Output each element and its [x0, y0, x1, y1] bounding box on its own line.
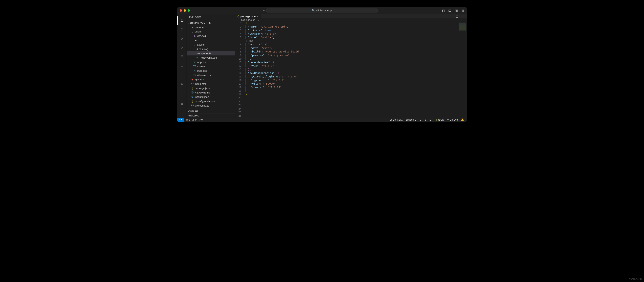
sidebar: EXPLORER ⋯ ⌄ ZHINIAN_VUE_TPL ›.vscode⌄pu… [187, 14, 235, 118]
warning-icon: ⚠ [192, 118, 194, 121]
file-row[interactable]: TSvite.config.ts [187, 103, 235, 108]
more-icon[interactable]: ⋯ [230, 16, 232, 19]
panel-right-icon[interactable]: ◨ [455, 9, 458, 12]
language-mode[interactable]: {} JSON [436, 118, 444, 121]
file-row[interactable]: VApp.vue [187, 60, 235, 64]
file-row[interactable]: ⓘREADME.md [187, 90, 235, 95]
svg-rect-13 [182, 84, 183, 85]
remote-explorer-icon[interactable] [177, 61, 187, 70]
svg-rect-7 [182, 57, 183, 58]
close-window-icon[interactable] [180, 9, 182, 12]
file-row[interactable]: <>index.html [187, 82, 235, 86]
folder-row[interactable]: ⌄src [187, 38, 235, 42]
editor-body[interactable]: 1234567891011121314151617181920212223242… [235, 21, 467, 118]
folder-row[interactable]: ⌄components [187, 51, 235, 55]
file-label: vite-env.d.ts [197, 74, 211, 77]
file-row[interactable]: ⚙tsconfig.json [187, 95, 235, 99]
errors-indicator[interactable]: ⊘ 0 [186, 118, 190, 121]
file-tree: ›.vscode⌄public◆vite.svg⌄src⌄assets◆vue.… [187, 25, 235, 109]
file-row[interactable]: ◆.gitignore [187, 77, 235, 82]
svg-point-14 [182, 103, 182, 104]
maximize-window-icon[interactable] [188, 9, 190, 12]
search-icon[interactable] [177, 25, 187, 34]
ports-indicator[interactable]: ⚲ 0 [199, 118, 203, 121]
minimap[interactable] [455, 21, 467, 118]
remote-indicator[interactable] [177, 118, 184, 122]
account-icon[interactable] [177, 99, 187, 108]
file-row[interactable]: {}tsconfig.node.json [187, 99, 235, 103]
run-debug-icon[interactable] [177, 43, 187, 52]
svg-rect-8 [181, 65, 183, 66]
folder-header[interactable]: ⌄ ZHINIAN_VUE_TPL [187, 20, 235, 25]
file-row[interactable]: {}package.json [187, 86, 235, 90]
file-label: .gitignore [195, 78, 205, 81]
svg-point-9 [181, 74, 183, 76]
file-row[interactable]: TSvite-env.d.ts [187, 73, 235, 77]
folder-label: .vscode [195, 26, 204, 29]
file-label: index.html [195, 82, 206, 85]
file-label: vue.svg [200, 47, 208, 50]
source-control-icon[interactable] [177, 34, 187, 43]
chevron-down-icon: ⌄ [188, 21, 190, 24]
file-row[interactable]: #style.css [187, 68, 235, 73]
folder-label: assets [197, 43, 204, 46]
tab-package-json[interactable]: {} package.json × [235, 14, 261, 18]
svg-rect-5 [182, 56, 183, 57]
chevron-icon: ⌄ [191, 30, 194, 33]
file-row[interactable]: ◆vue.svg [187, 47, 235, 51]
folder-row[interactable]: ⌄assets [187, 42, 235, 47]
folder-row[interactable]: ⌄public [187, 29, 235, 34]
file-row[interactable]: VHelloWorld.vue [187, 55, 235, 60]
github-icon[interactable] [177, 70, 187, 80]
back-icon[interactable]: ← [262, 9, 266, 12]
minimize-window-icon[interactable] [184, 9, 186, 12]
explorer-icon[interactable] [177, 16, 187, 25]
titlebar: ← → 🔍 zhinian_vue_tpl ◧ ⬓ ◨ ▦ [177, 7, 467, 14]
line-gutter: 1234567891011121314151617181920212223242… [235, 21, 244, 118]
outline-label: OUTLINE [189, 110, 198, 112]
search-icon: 🔍 [312, 9, 315, 12]
project-title: zhinian_vue_tpl [316, 9, 332, 12]
warnings-indicator[interactable]: ⚠ 0 [192, 118, 196, 121]
timeline-section[interactable]: › TIMELINE [187, 113, 235, 118]
play-icon: ▷ [246, 39, 248, 43]
indentation[interactable]: Spaces: 2 [406, 118, 416, 121]
svg-point-15 [182, 113, 182, 113]
svg-rect-4 [181, 56, 182, 57]
code-content[interactable]: { "name": "zhinian_vue_tpl", "private": … [244, 21, 467, 118]
file-label: README.md [195, 91, 210, 94]
file-row[interactable]: ◆vite.svg [187, 34, 235, 38]
status-left: ⊘ 0 ⚠ 0 ⚲ 0 [184, 118, 203, 121]
file-label: main.ts [197, 65, 206, 68]
line-ending[interactable]: LF [430, 118, 432, 121]
tab-bar: {} package.json × ◫ ⋯ [235, 14, 467, 18]
go-live-button[interactable]: ⚲ Go Live [447, 118, 458, 121]
extensions-icon[interactable] [177, 52, 187, 61]
panel-left-icon[interactable]: ◧ [442, 9, 445, 12]
file-row[interactable]: TSmain.ts [187, 64, 235, 68]
folder-row[interactable]: ›.vscode [187, 25, 235, 29]
root-folder-label: ZHINIAN_VUE_TPL [190, 21, 210, 24]
debug-hint[interactable]: ▷调试 [246, 39, 467, 43]
file-label: package.json [195, 87, 210, 90]
json-icon: {} [238, 15, 239, 18]
folder-label: components [197, 52, 211, 55]
split-editor-icon[interactable]: ◫ [456, 14, 458, 18]
docker-icon[interactable] [177, 80, 187, 89]
settings-gear-icon[interactable] [177, 108, 187, 118]
encoding[interactable]: UTF-8 [420, 118, 426, 121]
close-icon[interactable]: × [257, 15, 258, 18]
json-icon: {} [239, 19, 240, 21]
outline-section[interactable]: › OUTLINE [187, 109, 235, 113]
breadcrumb[interactable]: {} package.json › ... [235, 18, 467, 21]
bell-icon[interactable]: 🔔 [461, 118, 464, 121]
cursor-position[interactable]: Ln 28, Col 1 [390, 118, 403, 121]
json-icon: {} [436, 118, 437, 121]
layout-grid-icon[interactable]: ▦ [462, 9, 464, 12]
traffic-lights [180, 9, 190, 12]
command-center[interactable]: 🔍 zhinian_vue_tpl [266, 8, 378, 13]
svg-rect-10 [181, 84, 182, 85]
panel-bottom-icon[interactable]: ⬓ [448, 9, 451, 12]
more-icon[interactable]: ⋯ [461, 14, 464, 18]
editor-area: {} package.json × ◫ ⋯ {} package.json › … [235, 14, 467, 118]
